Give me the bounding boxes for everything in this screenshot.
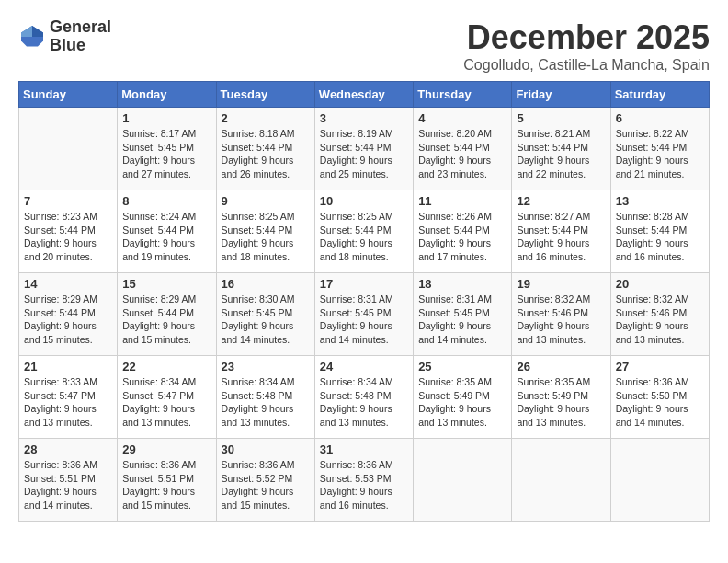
day-number: 23 — [222, 360, 310, 373]
calendar-cell: 26Sunrise: 8:35 AMSunset: 5:49 PMDayligh… — [512, 356, 610, 439]
day-info: Sunrise: 8:36 AMSunset: 5:53 PMDaylight:… — [320, 458, 408, 512]
calendar-cell: 30Sunrise: 8:36 AMSunset: 5:52 PMDayligh… — [216, 439, 314, 522]
day-number: 22 — [122, 360, 210, 373]
weekday-header: Thursday — [414, 82, 512, 108]
day-info: Sunrise: 8:26 AMSunset: 5:44 PMDaylight:… — [418, 210, 506, 264]
day-number: 10 — [320, 194, 408, 208]
calendar-cell: 24Sunrise: 8:34 AMSunset: 5:48 PMDayligh… — [314, 356, 413, 439]
calendar-cell — [610, 439, 709, 522]
day-number: 7 — [24, 194, 112, 208]
calendar-cell: 22Sunrise: 8:34 AMSunset: 5:47 PMDayligh… — [118, 356, 216, 439]
day-info: Sunrise: 8:29 AMSunset: 5:44 PMDaylight:… — [24, 293, 112, 347]
calendar-cell: 16Sunrise: 8:30 AMSunset: 5:45 PMDayligh… — [216, 273, 314, 356]
day-number: 4 — [418, 111, 506, 125]
weekday-header: Monday — [118, 82, 216, 108]
calendar-cell: 7Sunrise: 8:23 AMSunset: 5:44 PMDaylight… — [19, 190, 118, 273]
month-title: December 2025 — [463, 18, 710, 57]
calendar-cell: 15Sunrise: 8:29 AMSunset: 5:44 PMDayligh… — [118, 273, 216, 356]
day-number: 1 — [122, 111, 210, 125]
day-info: Sunrise: 8:34 AMSunset: 5:47 PMDaylight:… — [122, 375, 210, 430]
day-number: 28 — [24, 442, 112, 456]
day-info: Sunrise: 8:17 AMSunset: 5:45 PMDaylight:… — [122, 127, 210, 181]
day-number: 29 — [122, 442, 210, 456]
weekday-header: Sunday — [19, 82, 118, 108]
calendar-cell: 6Sunrise: 8:22 AMSunset: 5:44 PMDaylight… — [610, 108, 709, 190]
day-info: Sunrise: 8:18 AMSunset: 5:44 PMDaylight:… — [222, 127, 310, 181]
weekday-header: Friday — [512, 82, 610, 108]
day-info: Sunrise: 8:28 AMSunset: 5:44 PMDaylight:… — [616, 210, 704, 264]
title-section: December 2025 Cogolludo, Castille-La Man… — [463, 18, 710, 74]
location: Cogolludo, Castille-La Mancha, Spain — [463, 57, 710, 74]
day-number: 24 — [320, 360, 408, 373]
day-info: Sunrise: 8:29 AMSunset: 5:44 PMDaylight:… — [122, 293, 210, 347]
day-number: 18 — [418, 277, 506, 291]
logo-icon — [18, 23, 46, 51]
page-header: General Blue December 2025 Cogolludo, Ca… — [18, 18, 710, 74]
calendar-cell: 10Sunrise: 8:25 AMSunset: 5:44 PMDayligh… — [314, 190, 413, 273]
calendar-cell — [512, 439, 610, 522]
day-number: 27 — [616, 360, 704, 373]
day-info: Sunrise: 8:30 AMSunset: 5:45 PMDaylight:… — [222, 293, 310, 347]
day-info: Sunrise: 8:23 AMSunset: 5:44 PMDaylight:… — [24, 210, 112, 264]
calendar-week-row: 21Sunrise: 8:33 AMSunset: 5:47 PMDayligh… — [19, 356, 710, 439]
day-number: 30 — [222, 442, 310, 456]
calendar-body: 1Sunrise: 8:17 AMSunset: 5:45 PMDaylight… — [19, 108, 710, 522]
day-number: 26 — [517, 360, 605, 373]
day-info: Sunrise: 8:22 AMSunset: 5:44 PMDaylight:… — [616, 127, 704, 181]
day-info: Sunrise: 8:21 AMSunset: 5:44 PMDaylight:… — [517, 127, 605, 181]
day-info: Sunrise: 8:34 AMSunset: 5:48 PMDaylight:… — [222, 375, 310, 430]
day-info: Sunrise: 8:32 AMSunset: 5:46 PMDaylight:… — [616, 293, 704, 347]
calendar-cell: 4Sunrise: 8:20 AMSunset: 5:44 PMDaylight… — [414, 108, 512, 190]
calendar-cell: 14Sunrise: 8:29 AMSunset: 5:44 PMDayligh… — [19, 273, 118, 356]
calendar-cell: 21Sunrise: 8:33 AMSunset: 5:47 PMDayligh… — [19, 356, 118, 439]
day-number: 11 — [418, 194, 506, 208]
calendar-cell: 18Sunrise: 8:31 AMSunset: 5:45 PMDayligh… — [414, 273, 512, 356]
day-info: Sunrise: 8:27 AMSunset: 5:44 PMDaylight:… — [517, 210, 605, 264]
day-info: Sunrise: 8:36 AMSunset: 5:52 PMDaylight:… — [222, 458, 310, 512]
day-info: Sunrise: 8:34 AMSunset: 5:48 PMDaylight:… — [320, 375, 408, 430]
day-number: 2 — [222, 111, 310, 125]
day-number: 5 — [517, 111, 605, 125]
calendar-cell: 11Sunrise: 8:26 AMSunset: 5:44 PMDayligh… — [414, 190, 512, 273]
calendar-cell: 1Sunrise: 8:17 AMSunset: 5:45 PMDaylight… — [118, 108, 216, 190]
calendar-cell: 20Sunrise: 8:32 AMSunset: 5:46 PMDayligh… — [610, 273, 709, 356]
day-info: Sunrise: 8:36 AMSunset: 5:50 PMDaylight:… — [616, 375, 704, 430]
day-info: Sunrise: 8:25 AMSunset: 5:44 PMDaylight:… — [320, 210, 408, 264]
weekday-header: Tuesday — [216, 82, 314, 108]
calendar-week-row: 7Sunrise: 8:23 AMSunset: 5:44 PMDaylight… — [19, 190, 710, 273]
day-number: 8 — [122, 194, 210, 208]
day-number: 25 — [418, 360, 506, 373]
day-number: 21 — [24, 360, 112, 373]
svg-marker-1 — [32, 26, 43, 37]
day-info: Sunrise: 8:31 AMSunset: 5:45 PMDaylight:… — [418, 293, 506, 347]
calendar-cell: 2Sunrise: 8:18 AMSunset: 5:44 PMDaylight… — [216, 108, 314, 190]
calendar-cell: 12Sunrise: 8:27 AMSunset: 5:44 PMDayligh… — [512, 190, 610, 273]
weekday-header: Wednesday — [314, 82, 413, 108]
calendar-cell: 27Sunrise: 8:36 AMSunset: 5:50 PMDayligh… — [610, 356, 709, 439]
day-info: Sunrise: 8:35 AMSunset: 5:49 PMDaylight:… — [418, 375, 506, 430]
day-number: 12 — [517, 194, 605, 208]
calendar-cell — [19, 108, 118, 190]
day-info: Sunrise: 8:25 AMSunset: 5:44 PMDaylight:… — [222, 210, 310, 264]
day-number: 14 — [24, 277, 112, 291]
calendar-cell: 17Sunrise: 8:31 AMSunset: 5:45 PMDayligh… — [314, 273, 413, 356]
logo-line2: Blue — [50, 37, 111, 55]
calendar-week-row: 28Sunrise: 8:36 AMSunset: 5:51 PMDayligh… — [19, 439, 710, 522]
calendar-cell: 23Sunrise: 8:34 AMSunset: 5:48 PMDayligh… — [216, 356, 314, 439]
svg-marker-2 — [21, 26, 32, 37]
day-info: Sunrise: 8:35 AMSunset: 5:49 PMDaylight:… — [517, 375, 605, 430]
logo-line1: General — [50, 18, 111, 37]
calendar-cell: 25Sunrise: 8:35 AMSunset: 5:49 PMDayligh… — [414, 356, 512, 439]
day-info: Sunrise: 8:24 AMSunset: 5:44 PMDaylight:… — [122, 210, 210, 264]
day-number: 3 — [320, 111, 408, 125]
day-number: 16 — [222, 277, 310, 291]
day-info: Sunrise: 8:19 AMSunset: 5:44 PMDaylight:… — [320, 127, 408, 181]
day-info: Sunrise: 8:36 AMSunset: 5:51 PMDaylight:… — [24, 458, 112, 512]
calendar-header-row: SundayMondayTuesdayWednesdayThursdayFrid… — [19, 82, 710, 108]
day-number: 17 — [320, 277, 408, 291]
calendar-week-row: 1Sunrise: 8:17 AMSunset: 5:45 PMDaylight… — [19, 108, 710, 190]
day-number: 20 — [616, 277, 704, 291]
calendar-cell: 3Sunrise: 8:19 AMSunset: 5:44 PMDaylight… — [314, 108, 413, 190]
day-number: 15 — [122, 277, 210, 291]
day-number: 6 — [616, 111, 704, 125]
